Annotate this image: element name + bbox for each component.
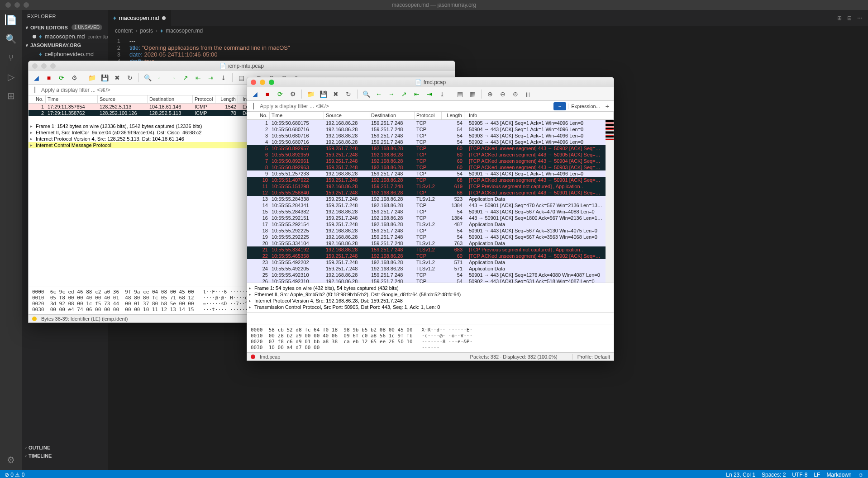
prev-icon[interactable]: ←: [374, 89, 384, 99]
problems-status[interactable]: ⊘ 0 ⚠ 0: [5, 472, 24, 478]
search-icon[interactable]: 🔍: [5, 33, 16, 44]
last-icon[interactable]: ⇥: [424, 89, 434, 99]
apply-filter-button[interactable]: →: [553, 102, 566, 110]
detail-ip[interactable]: Internet Protocol Version 4, Src: 192.16…: [247, 298, 614, 304]
packet-row[interactable]: 1510:55:55.284382192.168.86.28159.251.7.…: [247, 208, 614, 215]
zoom-out-icon[interactable]: ⊖: [498, 89, 508, 99]
bookmark-icon[interactable]: ▕▏: [30, 87, 39, 93]
open-icon[interactable]: 📁: [87, 73, 97, 83]
breadcrumb-item[interactable]: content: [115, 28, 133, 34]
packet-row[interactable]: 310:55:50.680716192.168.86.28159.251.7.2…: [247, 133, 614, 139]
restart-icon[interactable]: ⟳: [275, 89, 285, 99]
minimize-icon[interactable]: [260, 80, 265, 85]
find-icon[interactable]: 🔍: [143, 73, 153, 83]
packet-row[interactable]: 210:55:50.680716192.168.86.28159.251.7.2…: [247, 126, 614, 133]
packet-row[interactable]: 2510:55:55.492310192.168.86.28159.251.7.…: [247, 272, 614, 278]
packet-row[interactable]: 2210:55:55.465358159.251.7.248192.168.86…: [247, 253, 614, 259]
zoom-reset-icon[interactable]: ⊜: [510, 89, 520, 99]
breadcrumb-item[interactable]: posts: [140, 28, 153, 34]
file-item[interactable]: ♦cellphonevideo.md: [22, 50, 108, 58]
packet-row[interactable]: 1710:55:55.292154159.251.7.248192.168.86…: [247, 221, 614, 227]
more-icon[interactable]: ⋯: [857, 15, 863, 21]
restart-icon[interactable]: ⟳: [57, 73, 67, 83]
packet-row[interactable]: 2310:55:55.492202159.251.7.248192.168.86…: [247, 259, 614, 265]
outline-section[interactable]: ›OUTLINE: [22, 444, 108, 452]
autoscroll-icon[interactable]: ⤓: [437, 89, 447, 99]
status-item[interactable]: Markdown: [826, 472, 851, 478]
shark-fin-icon[interactable]: ◢: [31, 73, 41, 83]
bookmark-icon[interactable]: ▕▏: [249, 103, 258, 109]
resize-cols-icon[interactable]: ⫼: [523, 89, 533, 99]
find-icon[interactable]: 🔍: [361, 89, 371, 99]
tab-macosopen[interactable]: ♦ macosopen.md: [108, 10, 171, 26]
first-icon[interactable]: ⇤: [193, 73, 203, 83]
first-icon[interactable]: ⇤: [412, 89, 422, 99]
packet-row[interactable]: 1110:55:55.151298192.168.86.28159.251.7.…: [247, 183, 614, 189]
split-editor-icon[interactable]: ⊞: [837, 15, 842, 21]
detail-tcp[interactable]: Transmission Control Protocol, Src Port:…: [247, 304, 614, 310]
ws2-titlebar[interactable]: 📄fmd.pcap: [247, 77, 614, 87]
packet-row[interactable]: 1310:55:55.284338159.251.7.248192.168.86…: [247, 196, 614, 202]
packet-row[interactable]: 1010:55:51.407922159.251.7.248192.168.86…: [247, 177, 614, 183]
expert-info-icon[interactable]: [251, 355, 255, 359]
explorer-icon[interactable]: 📄: [5, 14, 16, 25]
ws2-headers[interactable]: No. Time Source Destination Protocol Len…: [247, 112, 614, 120]
breadcrumb-item[interactable]: macosopen.md: [166, 28, 203, 34]
ws2-filter[interactable]: ▕▏ → Expression... +: [247, 101, 614, 112]
autoscroll-icon[interactable]: ⤓: [219, 73, 229, 83]
goto-icon[interactable]: ↗: [399, 89, 409, 99]
add-filter-icon[interactable]: +: [603, 103, 612, 110]
packet-row[interactable]: 1610:55:55.292151159.251.7.248192.168.86…: [247, 215, 614, 221]
close-icon[interactable]: [251, 80, 256, 85]
packet-row[interactable]: 1910:55:55.292225192.168.86.28159.251.7.…: [247, 234, 614, 240]
packet-row[interactable]: 110:55:50.680175192.168.86.28159.251.7.2…: [247, 120, 614, 126]
options-icon[interactable]: ⚙: [288, 89, 298, 99]
close-icon[interactable]: [32, 63, 38, 69]
breadcrumb[interactable]: content › posts › ♦ macosopen.md: [108, 26, 868, 36]
save-icon[interactable]: 💾: [100, 73, 110, 83]
minimize-icon[interactable]: [41, 63, 47, 69]
next-icon[interactable]: →: [386, 89, 396, 99]
last-icon[interactable]: ⇥: [206, 73, 216, 83]
reload-icon[interactable]: ↻: [125, 73, 135, 83]
stop-icon[interactable]: ■: [262, 89, 272, 99]
packet-row[interactable]: 2610:55:55.492310192.168.86.28159.251.7.…: [247, 278, 614, 283]
gear-icon[interactable]: ⚙: [5, 454, 16, 465]
display-filter-input[interactable]: [258, 102, 552, 110]
packet-row[interactable]: 2410:55:55.492205159.251.7.248192.168.86…: [247, 265, 614, 272]
packet-row[interactable]: 510:55:50.892957159.251.7.248192.168.86.…: [247, 145, 614, 151]
close-icon[interactable]: [5, 2, 11, 8]
ws2-hex[interactable]: 0000 58 cb 52 d8 fc 64 f0 18 98 9b b5 b2…: [247, 325, 614, 352]
packet-row[interactable]: 1410:55:55.284341159.251.7.248192.168.86…: [247, 202, 614, 208]
expert-info-icon[interactable]: [32, 317, 37, 321]
profile-label[interactable]: Profile: Default: [572, 354, 610, 360]
packet-row[interactable]: 410:55:50.680716192.168.86.28159.251.7.2…: [247, 139, 614, 145]
colorize-icon[interactable]: ▤: [455, 89, 465, 99]
shark-fin-icon[interactable]: ◢: [250, 89, 260, 99]
open-editors-section[interactable]: ∨ OPEN EDITORS 1 UNSAVED: [22, 23, 108, 32]
split-secondary-icon[interactable]: ⊟: [847, 15, 852, 21]
zoom-in-icon[interactable]: ⊕: [485, 89, 495, 99]
extensions-icon[interactable]: ⊞: [5, 90, 16, 101]
open-editor-item[interactable]: ♦ macosopen.md content/posts: [22, 32, 108, 41]
ws2-detail[interactable]: Frame 1: 54 bytes on wire (432 bits), 54…: [247, 283, 614, 312]
packet-row[interactable]: 1210:55:55.258840159.251.7.248192.168.86…: [247, 189, 614, 196]
maximize-icon[interactable]: [269, 80, 274, 85]
maximize-icon[interactable]: [50, 63, 56, 69]
packet-row[interactable]: 1810:55:55.292225192.168.86.28159.251.7.…: [247, 227, 614, 234]
stop-icon[interactable]: ■: [44, 73, 54, 83]
open-icon[interactable]: 📁: [305, 89, 315, 99]
expression-button[interactable]: Expression...: [568, 104, 603, 109]
minimize-icon[interactable]: [14, 2, 20, 8]
workspace-section[interactable]: ∨ JASONMURRAY.ORG: [22, 41, 108, 50]
debug-icon[interactable]: ▷: [5, 71, 16, 82]
status-item[interactable]: UTF-8: [792, 472, 807, 478]
reload-icon[interactable]: ↻: [343, 89, 353, 99]
save-icon[interactable]: 💾: [318, 89, 328, 99]
packet-row[interactable]: 610:55:50.892959159.251.7.248192.168.86.…: [247, 151, 614, 158]
status-item[interactable]: Ln 23, Col 1: [726, 472, 755, 478]
goto-icon[interactable]: ↗: [181, 73, 191, 83]
options-icon[interactable]: ⚙: [69, 73, 79, 83]
next-icon[interactable]: →: [168, 73, 178, 83]
status-item[interactable]: Spaces: 2: [762, 472, 786, 478]
